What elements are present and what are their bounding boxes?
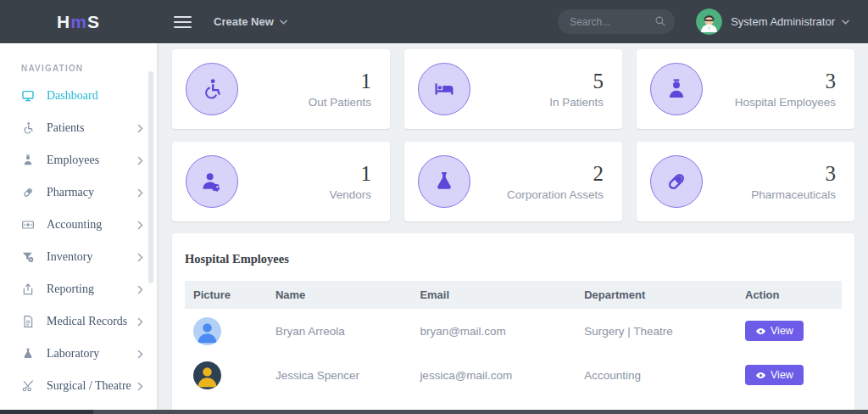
stat-card-vendors: 1 Vendors xyxy=(172,142,390,221)
create-new-dropdown[interactable]: Create New xyxy=(214,15,287,28)
view-button[interactable]: View xyxy=(745,365,804,385)
sidebar-item-employees[interactable]: Employees xyxy=(0,144,157,176)
stat-value: 5 xyxy=(549,70,604,93)
chevron-right-icon xyxy=(137,382,143,391)
scrollbar-thumb[interactable] xyxy=(0,410,93,414)
flask-icon xyxy=(21,347,36,361)
employee-department: Surgery | Theatre xyxy=(576,309,737,353)
sidebar-item-laboratory[interactable]: Laboratory xyxy=(0,338,157,370)
employee-avatar xyxy=(193,361,221,389)
column-header-action: Action xyxy=(737,281,842,309)
chevron-right-icon xyxy=(137,350,143,359)
column-header-email: Email xyxy=(411,281,576,309)
person-icon xyxy=(21,154,36,167)
sidebar-item-dashboard[interactable]: Dashboard xyxy=(0,80,157,112)
sidebar-item-label: Patients xyxy=(47,121,137,135)
chevron-right-icon xyxy=(137,285,143,294)
navbar-search xyxy=(558,9,675,34)
stat-value: 3 xyxy=(735,70,836,93)
chevron-right-icon xyxy=(137,124,143,133)
stat-card-hospital-employees: 3 Hospital Employees xyxy=(637,49,854,129)
logo-area: HmS xyxy=(0,12,157,32)
sidebar-section-label: NAVIGATION xyxy=(0,43,157,80)
stat-card-in-patients: 5 In Patients xyxy=(404,49,622,129)
wheelchair-icon xyxy=(21,121,36,135)
search-icon[interactable] xyxy=(654,15,666,27)
table-title: Hospital Employees xyxy=(185,252,842,266)
chevron-right-icon xyxy=(137,188,143,198)
eye-icon xyxy=(755,370,766,381)
chevron-right-icon xyxy=(137,317,143,327)
person-tag-icon xyxy=(186,155,238,208)
top-navbar: HmS Create New System Administrator xyxy=(0,0,868,43)
hamburger-menu-icon[interactable] xyxy=(167,9,198,35)
sidebar-item-medical-records[interactable]: Medical Records xyxy=(0,305,157,338)
stat-label: Hospital Employees xyxy=(735,96,836,109)
sidebar-item-reporting[interactable]: Reporting xyxy=(0,273,157,305)
document-icon xyxy=(21,315,36,328)
funnel-icon xyxy=(21,250,36,264)
view-button[interactable]: View xyxy=(745,321,804,341)
chevron-right-icon xyxy=(137,156,143,165)
chevron-down-icon xyxy=(842,20,849,25)
employees-table: Picture Name Email Department Action Bry… xyxy=(185,281,842,397)
stat-label: Corporation Assets xyxy=(507,188,604,201)
employee-icon xyxy=(650,63,703,115)
sidebar-item-accounting[interactable]: Accounting xyxy=(0,209,157,241)
table-row: Jessica Spencer jessica@mail.com Account… xyxy=(185,353,842,397)
employee-email: jessica@mail.com xyxy=(411,353,576,397)
employee-email: bryan@mail.com xyxy=(411,309,576,353)
dashboard-icon xyxy=(21,89,36,103)
stat-value: 2 xyxy=(507,162,604,186)
employee-name: Bryan Arreola xyxy=(267,309,412,353)
employee-department: Accounting xyxy=(576,353,737,397)
user-name-label: System Administrator xyxy=(731,15,835,28)
sidebar-scrollbar[interactable] xyxy=(148,71,153,283)
horizontal-scrollbar[interactable] xyxy=(0,410,868,414)
sidebar-item-inventory[interactable]: Inventory xyxy=(0,241,157,273)
sidebar-item-patients[interactable]: Patients xyxy=(0,112,157,144)
hms-logo[interactable]: HmS xyxy=(57,12,100,32)
sidebar-item-label: Reporting xyxy=(47,283,137,296)
table-row: Bryan Arreola bryan@mail.com Surgery | T… xyxy=(185,309,842,353)
bed-icon xyxy=(418,63,470,115)
stat-value: 1 xyxy=(309,70,371,93)
user-avatar xyxy=(696,8,722,35)
share-box-icon xyxy=(21,283,36,296)
view-button-label: View xyxy=(771,369,793,381)
user-menu[interactable]: System Administrator xyxy=(696,8,849,35)
main-content: Hospital Management System Dashboard 1 O… xyxy=(157,0,868,414)
stat-label: In Patients xyxy=(549,96,604,109)
cash-icon xyxy=(21,218,36,232)
stat-card-out-patients: 1 Out Patients xyxy=(172,49,390,129)
stat-card-corporation-assets: 2 Corporation Assets xyxy=(404,142,622,221)
eye-icon xyxy=(755,326,766,337)
table-header-row: Picture Name Email Department Action xyxy=(185,281,842,309)
logo-letter-s: S xyxy=(87,12,100,31)
column-header-name: Name xyxy=(267,281,412,309)
sidebar: NAVIGATION Dashboard Patients Employees … xyxy=(0,43,157,414)
column-header-picture: Picture xyxy=(185,281,267,309)
create-new-label: Create New xyxy=(214,15,274,28)
capsule-icon xyxy=(21,186,36,199)
scissors-icon xyxy=(21,379,36,393)
sidebar-item-label: Inventory xyxy=(47,250,137,264)
sidebar-item-surgical-theatre[interactable]: Surgical / Theatre xyxy=(0,370,157,402)
stat-label: Vendors xyxy=(329,188,371,201)
stat-label: Pharmaceuticals xyxy=(751,188,836,201)
column-header-department: Department xyxy=(576,281,737,309)
sidebar-item-pharmacy[interactable]: Pharmacy xyxy=(0,176,157,209)
logo-letter-h: H xyxy=(57,12,70,31)
view-button-label: View xyxy=(771,325,793,337)
stat-value: 3 xyxy=(751,162,836,186)
sidebar-item-label: Dashboard xyxy=(47,89,143,103)
chevron-right-icon xyxy=(137,221,143,230)
sidebar-item-label: Medical Records xyxy=(47,315,137,328)
stat-cards-grid: 1 Out Patients 5 In Patients 3 Hospital … xyxy=(172,49,854,221)
employee-name: Jessica Spencer xyxy=(267,353,412,397)
wheelchair-icon xyxy=(186,63,238,115)
stat-value: 1 xyxy=(329,162,371,186)
employee-avatar xyxy=(193,317,221,345)
chevron-right-icon xyxy=(137,253,143,262)
flask-icon xyxy=(418,155,470,208)
